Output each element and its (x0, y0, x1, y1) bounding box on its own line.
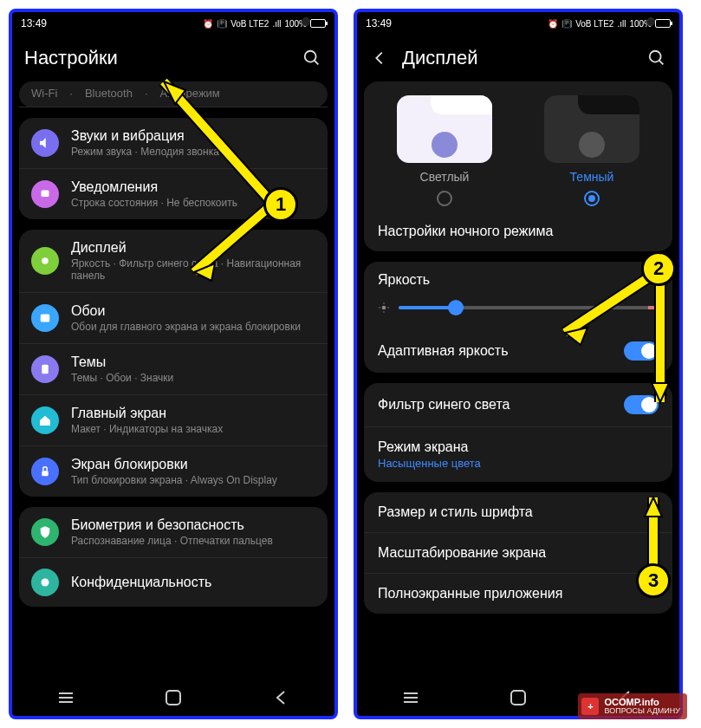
display-settings[interactable]: Светлый Темный Настройки ночного режима … (357, 81, 679, 679)
brightness-low-icon (378, 302, 390, 314)
nav-recents[interactable] (55, 687, 76, 708)
theme-light[interactable]: Светлый (397, 95, 492, 206)
battery-icon (310, 19, 326, 28)
watermark-line2: ВОПРОСЫ АДМИНУ (604, 707, 680, 716)
nav-recents[interactable] (400, 687, 421, 708)
svg-point-7 (42, 579, 49, 587)
radio-dark[interactable] (584, 191, 600, 206)
item-label: Главный экран (71, 406, 315, 421)
brightness-slider[interactable] (399, 306, 659, 309)
item-privacy[interactable]: Конфиденциальность (19, 558, 328, 607)
back-icon[interactable] (369, 48, 390, 68)
radio-light[interactable] (437, 191, 452, 206)
nav-bar (12, 679, 334, 716)
item-label: Конфиденциальность (71, 575, 315, 590)
home-icon (31, 406, 59, 434)
camera-notch (302, 17, 310, 26)
watermark: + OCOMP.info ВОПРОСЫ АДМИНУ (578, 693, 687, 719)
screen-mode-sub: Насыщенные цвета (378, 457, 659, 470)
svg-line-19 (659, 61, 664, 65)
nav-back[interactable] (270, 687, 291, 708)
item-biometrics[interactable]: Биометрия и безопасность Распознавание л… (19, 507, 328, 558)
item-sub: Темы · Обои · Значки (71, 372, 315, 384)
item-sub: Режим звука · Мелодия звонка (71, 146, 315, 158)
svg-point-0 (305, 51, 316, 62)
row-screen-mode[interactable]: Режим экрана Насыщенные цвета (364, 427, 672, 482)
switch-adaptive[interactable] (624, 341, 659, 361)
item-sub: Тип блокировки экрана · Always On Displa… (71, 474, 315, 486)
brightness-block: Яркость (364, 262, 672, 329)
vibrate-icon: 📳 (217, 19, 227, 29)
settings-list[interactable]: Wi-Fi · Bluetooth · Авиарежим Звуки и ви… (12, 81, 334, 679)
search-icon[interactable] (646, 48, 667, 68)
signal-icon: .ıll (617, 19, 626, 29)
svg-rect-2 (42, 191, 49, 198)
svg-rect-6 (42, 471, 49, 476)
palette-icon (31, 355, 59, 383)
bell-icon (31, 180, 59, 208)
tab-bluetooth: Bluetooth (85, 87, 133, 100)
picture-icon (31, 304, 59, 332)
svg-point-18 (650, 51, 661, 62)
phone-display-settings: 13:49 ⏰ 📳 VoB LTE2 .ıll 100% Дисплей Све… (354, 9, 683, 719)
row-scale[interactable]: Масштабирование экрана (364, 533, 672, 574)
item-label: Биометрия и безопасность (71, 517, 315, 533)
row-adaptive-brightness[interactable]: Адаптивная яркость (364, 329, 672, 373)
sun-icon (31, 247, 59, 275)
night-mode-label: Настройки ночного режима (378, 224, 659, 239)
svg-rect-5 (42, 365, 49, 374)
search-icon[interactable] (302, 48, 322, 68)
page-title: Настройки (24, 47, 289, 69)
item-label: Уведомления (71, 179, 315, 195)
item-label: Дисплей (71, 240, 315, 256)
adaptive-label: Адаптивная яркость (378, 343, 615, 359)
item-sub: Макет · Индикаторы на значках (71, 423, 315, 435)
vibrate-icon: 📳 (561, 19, 572, 29)
item-label: Обои (71, 303, 315, 319)
status-bar: 13:49 ⏰ 📳 VoB LTE2 .ıll 100% (357, 12, 679, 35)
row-font[interactable]: Размер и стиль шрифта (364, 492, 672, 533)
page-header: Настройки (12, 35, 334, 81)
svg-line-1 (315, 61, 319, 65)
row-fullscreen-apps[interactable]: Полноэкранные приложения (364, 574, 672, 614)
plus-icon: + (581, 698, 599, 715)
signal-icon: .ıll (272, 19, 281, 29)
item-label: Темы (71, 354, 315, 370)
nav-home[interactable] (508, 687, 529, 708)
item-sounds[interactable]: Звуки и вибрация Режим звука · Мелодия з… (19, 118, 328, 169)
theme-dark[interactable]: Темный (544, 95, 639, 206)
row-night-mode[interactable]: Настройки ночного режима (364, 211, 672, 251)
scale-label: Масштабирование экрана (378, 545, 659, 561)
alarm-icon: ⏰ (203, 19, 213, 29)
net-label: VoB LTE2 (230, 19, 269, 29)
shield-icon (31, 518, 59, 546)
item-sub: Обои для главного экрана и экрана блокир… (71, 321, 315, 333)
item-display[interactable]: Дисплей Яркость · Фильтр синего света · … (19, 230, 328, 293)
status-time: 13:49 (21, 17, 47, 29)
item-homescreen[interactable]: Главный экран Макет · Индикаторы на знач… (19, 395, 328, 446)
item-sub: Строка состояния · Не беспокоить (71, 197, 315, 209)
phone-settings: 13:49 ⏰ 📳 VoB LTE2 .ıll 100% Настройки W… (9, 9, 338, 719)
svg-rect-28 (511, 691, 525, 705)
switch-blue-filter[interactable] (624, 395, 659, 414)
brightness-label: Яркость (378, 272, 659, 288)
item-sub: Яркость · Фильтр синего света · Навигаци… (71, 257, 315, 282)
page-title: Дисплей (402, 47, 634, 69)
privacy-icon (31, 569, 59, 596)
item-wallpaper[interactable]: Обои Обои для главного экрана и экрана б… (19, 293, 328, 344)
nav-home[interactable] (163, 687, 184, 708)
net-label: VoB LTE2 (575, 19, 613, 29)
item-lockscreen[interactable]: Экран блокировки Тип блокировки экрана ·… (19, 446, 328, 497)
svg-point-3 (42, 257, 49, 264)
item-themes[interactable]: Темы Темы · Обои · Значки (19, 344, 328, 395)
item-label: Экран блокировки (71, 457, 315, 472)
tab-airplane: Авиарежим (160, 87, 220, 100)
battery-icon (655, 19, 671, 28)
tab-wifi: Wi-Fi (31, 87, 57, 100)
page-header: Дисплей (357, 35, 679, 81)
status-bar: 13:49 ⏰ 📳 VoB LTE2 .ıll 100% (12, 12, 334, 35)
row-blue-filter[interactable]: Фильтр синего света (364, 383, 672, 427)
theme-light-label: Светлый (420, 170, 470, 184)
item-label: Звуки и вибрация (71, 128, 315, 144)
item-notifications[interactable]: Уведомления Строка состояния · Не беспок… (19, 169, 328, 219)
